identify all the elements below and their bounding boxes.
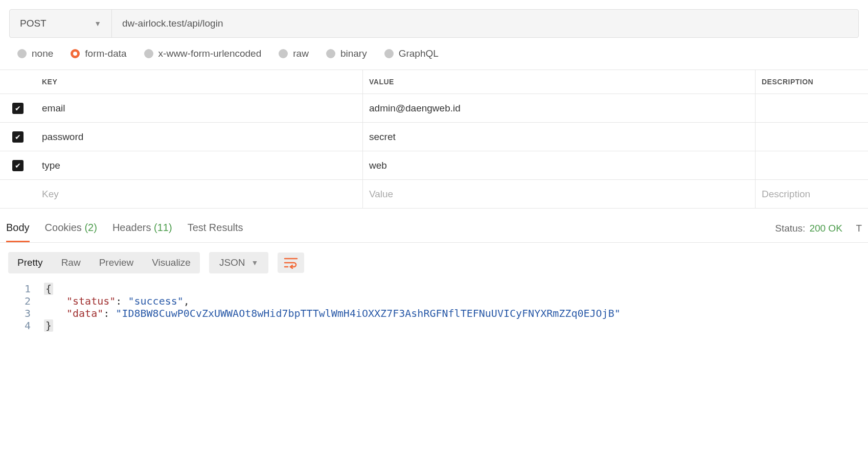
checkbox-icon[interactable]: ✔: [12, 131, 24, 143]
format-select[interactable]: JSON ▼: [209, 252, 269, 273]
header-desc: DESCRIPTION: [762, 78, 813, 86]
request-bar: POST ▼: [9, 9, 859, 38]
code-line: 2"status": "success",: [8, 295, 860, 307]
view-mode-segment: PrettyRawPreviewVisualize: [8, 252, 200, 273]
radio-label: form-data: [85, 48, 126, 59]
param-key[interactable]: email: [36, 94, 363, 122]
tab-body[interactable]: Body: [6, 220, 30, 242]
status-code: 200 OK: [809, 223, 842, 234]
code-line: 3"data": "ID8BW8CuwP0CvZxUWWAOt8wHid7bpT…: [8, 307, 860, 319]
tab-cookies[interactable]: Cookies (2): [45, 220, 97, 242]
radio-icon: [279, 49, 288, 58]
radio-label: binary: [340, 48, 367, 59]
radio-icon: [71, 49, 80, 58]
wrap-toggle[interactable]: [278, 252, 304, 273]
key-placeholder[interactable]: Key: [36, 180, 363, 208]
method-select[interactable]: POST ▼: [10, 10, 112, 37]
status-area: Status: 200 OK T: [775, 223, 862, 239]
params-table: KEY VALUE DESCRIPTION ✔ email admin@daen…: [0, 70, 868, 209]
body-type-raw[interactable]: raw: [279, 48, 309, 59]
param-value[interactable]: web: [363, 151, 756, 179]
method-label: POST: [20, 18, 47, 29]
header-key: KEY: [42, 78, 57, 86]
response-tabs: Body Cookies (2) Headers (11) Test Resul…: [0, 213, 868, 243]
status-label: Status:: [775, 223, 805, 234]
body-type-radios: noneform-datax-www-form-urlencodedrawbin…: [0, 38, 868, 70]
header-value: VALUE: [369, 78, 394, 86]
response-toolbar: PrettyRawPreviewVisualize JSON ▼: [0, 243, 868, 283]
body-type-binary[interactable]: binary: [326, 48, 367, 59]
body-type-none[interactable]: none: [17, 48, 53, 59]
radio-label: raw: [293, 48, 309, 59]
body-type-x-www-form-urlencoded[interactable]: x-www-form-urlencoded: [144, 48, 262, 59]
param-value[interactable]: admin@daengweb.id: [363, 94, 756, 122]
tab-headers[interactable]: Headers (11): [112, 220, 172, 242]
params-header-row: KEY VALUE DESCRIPTION: [0, 70, 868, 94]
response-body[interactable]: 1{2"status": "success",3"data": "ID8BW8C…: [0, 283, 868, 342]
checkbox-icon[interactable]: ✔: [12, 103, 24, 114]
param-key[interactable]: type: [36, 151, 363, 179]
body-type-form-data[interactable]: form-data: [71, 48, 126, 59]
params-row[interactable]: ✔ type web: [0, 151, 868, 180]
view-mode-raw[interactable]: Raw: [52, 252, 90, 273]
view-mode-preview[interactable]: Preview: [90, 252, 143, 273]
param-desc[interactable]: [756, 123, 868, 151]
code-line: 4}: [8, 319, 860, 332]
view-mode-visualize[interactable]: Visualize: [143, 252, 200, 273]
params-row[interactable]: ✔ email admin@daengweb.id: [0, 94, 868, 123]
param-key[interactable]: password: [36, 123, 363, 151]
value-placeholder[interactable]: Value: [363, 180, 756, 208]
param-desc[interactable]: [756, 94, 868, 122]
radio-icon: [144, 49, 153, 58]
chevron-down-icon: ▼: [94, 19, 101, 28]
radio-label: x-www-form-urlencoded: [158, 48, 262, 59]
status-trail: T: [856, 223, 862, 234]
radio-icon: [384, 49, 394, 58]
radio-label: none: [32, 48, 53, 59]
param-value[interactable]: secret: [363, 123, 756, 151]
body-type-GraphQL[interactable]: GraphQL: [384, 48, 439, 59]
view-mode-pretty[interactable]: Pretty: [8, 252, 52, 273]
param-desc[interactable]: [756, 151, 868, 179]
params-row-placeholder[interactable]: Key Value Description: [0, 180, 868, 209]
radio-icon: [17, 49, 27, 58]
chevron-down-icon: ▼: [252, 259, 259, 267]
tab-test-results[interactable]: Test Results: [188, 220, 243, 242]
radio-icon: [326, 49, 335, 58]
wrap-icon: [284, 257, 298, 269]
desc-placeholder[interactable]: Description: [756, 180, 868, 208]
code-line: 1{: [8, 283, 860, 295]
params-row[interactable]: ✔ password secret: [0, 123, 868, 151]
url-input[interactable]: [112, 10, 858, 37]
checkbox-icon[interactable]: ✔: [12, 160, 24, 171]
radio-label: GraphQL: [399, 48, 439, 59]
